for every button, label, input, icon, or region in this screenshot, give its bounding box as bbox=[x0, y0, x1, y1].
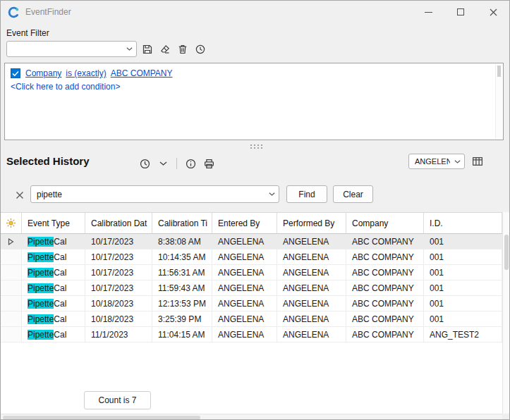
grid-row[interactable]: Pipette Cal 10/17/2023 11:59:43 AM ANGEL… bbox=[1, 280, 502, 296]
chevron-down-icon[interactable] bbox=[122, 47, 136, 51]
minimize-button[interactable] bbox=[412, 1, 444, 23]
highlighted-term: Pipette bbox=[28, 237, 54, 247]
scrollbar-thumb[interactable] bbox=[497, 66, 501, 77]
row-selector-cell[interactable] bbox=[1, 296, 22, 311]
cell-entered-by: ANGELENA bbox=[212, 296, 277, 311]
minimize-icon bbox=[425, 12, 432, 13]
window-title: EventFinder bbox=[25, 7, 71, 17]
cell-id: 001 bbox=[424, 249, 502, 264]
search-combo[interactable] bbox=[30, 185, 279, 203]
find-button[interactable]: Find bbox=[286, 185, 327, 203]
row-expander[interactable] bbox=[1, 234, 22, 249]
row-selector-cell[interactable] bbox=[1, 327, 22, 342]
history-time-button[interactable] bbox=[136, 155, 153, 172]
cell-calibration-time: 11:59:43 AM bbox=[152, 280, 212, 295]
clock-icon bbox=[139, 158, 151, 170]
eventfinder-window: EventFinder Event Filter bbox=[0, 0, 510, 420]
cell-event-type: Pipette Cal bbox=[22, 234, 85, 249]
print-button[interactable] bbox=[200, 155, 217, 172]
condition-field-link[interactable]: Company bbox=[25, 68, 61, 78]
info-button[interactable] bbox=[182, 155, 199, 172]
cell-company: ABC COMPANY bbox=[346, 234, 424, 249]
grid-vertical-scrollbar[interactable] bbox=[502, 212, 510, 414]
grid-row[interactable]: Pipette Cal 10/17/2023 11:56:31 AM ANGEL… bbox=[1, 265, 502, 280]
grid-header-row: Event Type Calibration Dat Calibration T… bbox=[1, 213, 502, 234]
cell-entered-by: ANGELENA bbox=[212, 234, 277, 249]
clock-icon bbox=[195, 44, 206, 55]
grid-row[interactable]: Pipette Cal 11/1/2023 11:04:15 AM ANGELE… bbox=[1, 327, 502, 342]
close-search-button[interactable] bbox=[12, 187, 28, 203]
column-header-id[interactable]: I.D. bbox=[424, 213, 502, 233]
chevron-down-icon[interactable] bbox=[450, 160, 464, 163]
cell-performed-by: ANGELENA bbox=[277, 311, 346, 326]
scrollbar-thumb[interactable] bbox=[3, 416, 200, 419]
column-header-event-type[interactable]: Event Type bbox=[22, 213, 85, 233]
splitter-handle[interactable] bbox=[246, 143, 265, 150]
event-filter-combo[interactable] bbox=[6, 41, 137, 57]
recent-filters-button[interactable] bbox=[192, 41, 209, 58]
scrollbar-corner bbox=[502, 414, 510, 420]
column-header-performed-by[interactable]: Performed By bbox=[277, 213, 346, 233]
cell-calibration-time: 12:13:53 PM bbox=[152, 296, 212, 311]
check-icon bbox=[12, 70, 19, 77]
column-header-calibration-time[interactable]: Calibration Ti bbox=[152, 213, 212, 233]
cell-company: ABC COMPANY bbox=[346, 280, 424, 295]
conditions-scrollbar[interactable] bbox=[495, 64, 502, 139]
cell-company: ABC COMPANY bbox=[346, 327, 424, 342]
cell-event-type: Pipette Cal bbox=[22, 327, 85, 342]
grid-row[interactable]: Pipette Cal 10/17/2023 8:38:08 AM ANGELE… bbox=[1, 234, 502, 249]
user-combo[interactable]: ANGELENA bbox=[408, 154, 465, 169]
highlighted-term: Pipette bbox=[28, 314, 54, 324]
scrollbar-thumb[interactable] bbox=[504, 235, 509, 270]
add-condition-link[interactable]: <Click here to add condition> bbox=[11, 82, 497, 92]
cell-performed-by: ANGELENA bbox=[277, 327, 346, 342]
cell-calibration-date: 10/17/2023 bbox=[85, 280, 152, 295]
maximize-button[interactable] bbox=[444, 1, 477, 23]
chevron-down-icon[interactable] bbox=[265, 192, 279, 196]
row-selector-cell[interactable] bbox=[1, 280, 22, 295]
row-selector-cell[interactable] bbox=[1, 265, 22, 280]
sun-icon bbox=[6, 218, 16, 228]
condition-row: Company is (exactly) ABC COMPANY bbox=[11, 68, 497, 78]
save-icon bbox=[142, 44, 153, 55]
cell-id: 001 bbox=[424, 311, 502, 326]
grid-horizontal-scrollbar[interactable] bbox=[1, 414, 502, 420]
close-icon bbox=[490, 8, 497, 16]
grid-row[interactable]: Pipette Cal 10/18/2023 3:25:39 PM ANGELE… bbox=[1, 311, 502, 327]
clear-filter-button[interactable] bbox=[157, 41, 174, 58]
row-selector-cell[interactable] bbox=[1, 311, 22, 326]
search-input[interactable] bbox=[31, 190, 265, 199]
info-icon bbox=[185, 158, 197, 170]
cell-calibration-date: 10/17/2023 bbox=[85, 265, 152, 280]
event-filter-input[interactable] bbox=[7, 44, 122, 54]
cell-id: 001 bbox=[424, 280, 502, 295]
printer-icon bbox=[203, 158, 215, 170]
window-controls bbox=[412, 1, 509, 23]
history-dropdown-button[interactable] bbox=[154, 155, 171, 172]
filter-conditions-panel: Company is (exactly) ABC COMPANY <Click … bbox=[4, 63, 504, 140]
clear-button[interactable]: Clear bbox=[333, 185, 373, 203]
condition-value-link[interactable]: ABC COMPANY bbox=[111, 68, 173, 78]
toolbar-separator bbox=[176, 158, 177, 169]
grid-row[interactable]: Pipette Cal 10/18/2023 12:13:53 PM ANGEL… bbox=[1, 296, 502, 311]
column-header-entered-by[interactable]: Entered By bbox=[212, 213, 277, 233]
close-button[interactable] bbox=[477, 1, 509, 23]
condition-checkbox[interactable] bbox=[11, 68, 20, 78]
condition-operator-link[interactable]: is (exactly) bbox=[66, 68, 106, 78]
cell-calibration-date: 10/17/2023 bbox=[85, 234, 152, 249]
column-header-calibration-date[interactable]: Calibration Dat bbox=[85, 213, 152, 233]
history-grid: Event Type Calibration Dat Calibration T… bbox=[1, 212, 502, 414]
field-chooser-button[interactable] bbox=[469, 153, 486, 170]
delete-filter-button[interactable] bbox=[174, 41, 191, 58]
cell-company: ABC COMPANY bbox=[346, 296, 424, 311]
row-selector-cell[interactable] bbox=[1, 249, 22, 264]
table-grid-icon bbox=[471, 155, 484, 168]
cell-calibration-time: 11:04:15 AM bbox=[152, 327, 212, 342]
grid-row[interactable]: Pipette Cal 10/17/2023 10:14:35 AM ANGEL… bbox=[1, 249, 502, 265]
column-header-company[interactable]: Company bbox=[346, 213, 424, 233]
save-filter-button[interactable] bbox=[139, 41, 156, 58]
count-summary: Count is 7 bbox=[84, 391, 151, 409]
row-indicator-column-header[interactable] bbox=[1, 213, 22, 233]
highlighted-term: Pipette bbox=[28, 252, 54, 262]
cell-id: 001 bbox=[424, 265, 502, 280]
